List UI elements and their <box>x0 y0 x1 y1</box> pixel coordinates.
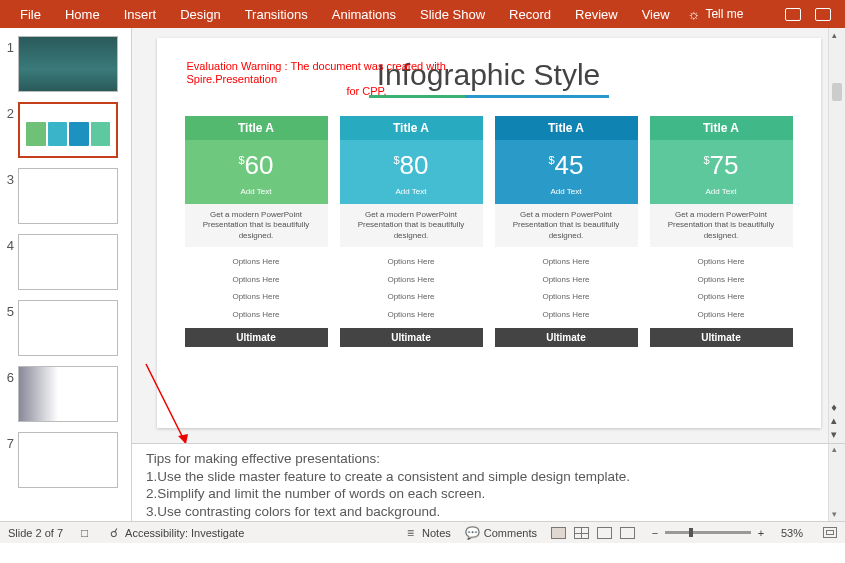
card-desc: Get a modern PowerPoint Presentation tha… <box>185 204 328 247</box>
card-ultimate: Ultimate <box>650 328 793 347</box>
card-title: Title A <box>340 116 483 140</box>
card-options: Options Here Options Here Options Here O… <box>340 247 483 327</box>
thumbnail-2[interactable]: 2 <box>0 100 131 166</box>
card-ultimate: Ultimate <box>185 328 328 347</box>
card-2: Title A $80 Add Text Get a modern PowerP… <box>340 116 483 347</box>
slide-position: Slide 2 of 7 <box>8 527 63 539</box>
zoom-in-button[interactable]: + <box>755 527 767 539</box>
accessibility-button[interactable]: ☌ Accessibility: Investigate <box>106 526 244 539</box>
card-options: Options Here Options Here Options Here O… <box>495 247 638 327</box>
card-desc: Get a modern PowerPoint Presentation tha… <box>495 204 638 247</box>
card-ultimate: Ultimate <box>495 328 638 347</box>
card-addtext: Add Text <box>340 187 483 204</box>
thumbnail-1[interactable]: 1 <box>0 34 131 100</box>
status-bar: Slide 2 of 7 □ ☌ Accessibility: Investig… <box>0 521 845 543</box>
tab-file[interactable]: File <box>8 0 53 28</box>
thumbnail-6[interactable]: 6 <box>0 364 131 430</box>
card-desc: Get a modern PowerPoint Presentation tha… <box>340 204 483 247</box>
notes-line: 3.Use contrasting colors for text and ba… <box>146 503 831 521</box>
card-options: Options Here Options Here Options Here O… <box>650 247 793 327</box>
present-icon[interactable] <box>785 8 801 21</box>
card-1: Title A $60 Add Text Get a modern PowerP… <box>185 116 328 347</box>
card-price: $75 <box>650 140 793 187</box>
comments-button[interactable]: 💬 Comments <box>465 526 537 539</box>
card-price: $80 <box>340 140 483 187</box>
notes-button[interactable]: ≡ Notes <box>403 526 451 539</box>
notes-line: Tips for making effective presentations: <box>146 450 831 468</box>
card-options: Options Here Options Here Options Here O… <box>185 247 328 327</box>
tab-record[interactable]: Record <box>497 0 563 28</box>
fit-to-window-button[interactable] <box>823 527 837 538</box>
notes-icon: ≡ <box>403 526 418 539</box>
language-icon[interactable]: □ <box>77 526 92 539</box>
card-title: Title A <box>650 116 793 140</box>
tab-design[interactable]: Design <box>168 0 232 28</box>
reading-view-button[interactable] <box>597 527 612 539</box>
normal-view-button[interactable] <box>551 527 566 539</box>
tab-slideshow[interactable]: Slide Show <box>408 0 497 28</box>
card-addtext: Add Text <box>650 187 793 204</box>
thumbnail-4[interactable]: 4 <box>0 232 131 298</box>
card-price: $60 <box>185 140 328 187</box>
svg-marker-1 <box>178 434 188 443</box>
slide-editor[interactable]: Evaluation Warning : The document was cr… <box>157 38 821 428</box>
evaluation-warning: Evaluation Warning : The document was cr… <box>187 60 507 98</box>
notes-pane[interactable]: Tips for making effective presentations:… <box>132 443 845 521</box>
card-title: Title A <box>495 116 638 140</box>
card-addtext: Add Text <box>185 187 328 204</box>
tab-insert[interactable]: Insert <box>112 0 169 28</box>
notes-line: 2.Simplify and limit the number of words… <box>146 485 831 503</box>
ribbon-tabs: File Home Insert Design Transitions Anim… <box>0 0 845 28</box>
zoom-track[interactable] <box>665 531 751 534</box>
tab-animations[interactable]: Animations <box>320 0 408 28</box>
tab-transitions[interactable]: Transitions <box>233 0 320 28</box>
pricing-cards: Title A $60 Add Text Get a modern PowerP… <box>185 116 793 347</box>
thumbnail-7[interactable]: 7 <box>0 430 131 496</box>
tell-me-label: Tell me <box>705 7 743 21</box>
slide-sorter-button[interactable] <box>574 527 589 539</box>
accessibility-icon: ☌ <box>106 526 121 539</box>
editor-scrollbar[interactable]: ▴ ♦▴▾ <box>828 28 845 443</box>
collapse-ribbon-icon[interactable] <box>815 8 831 21</box>
tell-me[interactable]: ☼ Tell me <box>688 6 744 22</box>
lightbulb-icon: ☼ <box>688 6 701 22</box>
tab-review[interactable]: Review <box>563 0 630 28</box>
card-title: Title A <box>185 116 328 140</box>
slide-thumbnail-panel: 1 2 3 4 5 6 7 <box>0 28 132 521</box>
zoom-slider[interactable]: − + <box>649 527 767 539</box>
thumbnail-3[interactable]: 3 <box>0 166 131 232</box>
slide-canvas-area: Evaluation Warning : The document was cr… <box>132 28 845 443</box>
slideshow-view-button[interactable] <box>620 527 635 539</box>
zoom-out-button[interactable]: − <box>649 527 661 539</box>
tab-home[interactable]: Home <box>53 0 112 28</box>
card-ultimate: Ultimate <box>340 328 483 347</box>
view-switcher <box>551 527 635 539</box>
card-3: Title A $45 Add Text Get a modern PowerP… <box>495 116 638 347</box>
comments-icon: 💬 <box>465 526 480 539</box>
notes-scrollbar[interactable]: ▴▾ <box>828 444 845 521</box>
thumbnail-5[interactable]: 5 <box>0 298 131 364</box>
card-price: $45 <box>495 140 638 187</box>
zoom-level[interactable]: 53% <box>781 527 803 539</box>
tab-view[interactable]: View <box>630 0 682 28</box>
card-addtext: Add Text <box>495 187 638 204</box>
card-desc: Get a modern PowerPoint Presentation tha… <box>650 204 793 247</box>
card-4: Title A $75 Add Text Get a modern PowerP… <box>650 116 793 347</box>
notes-line: 1.Use the slide master feature to create… <box>146 468 831 486</box>
